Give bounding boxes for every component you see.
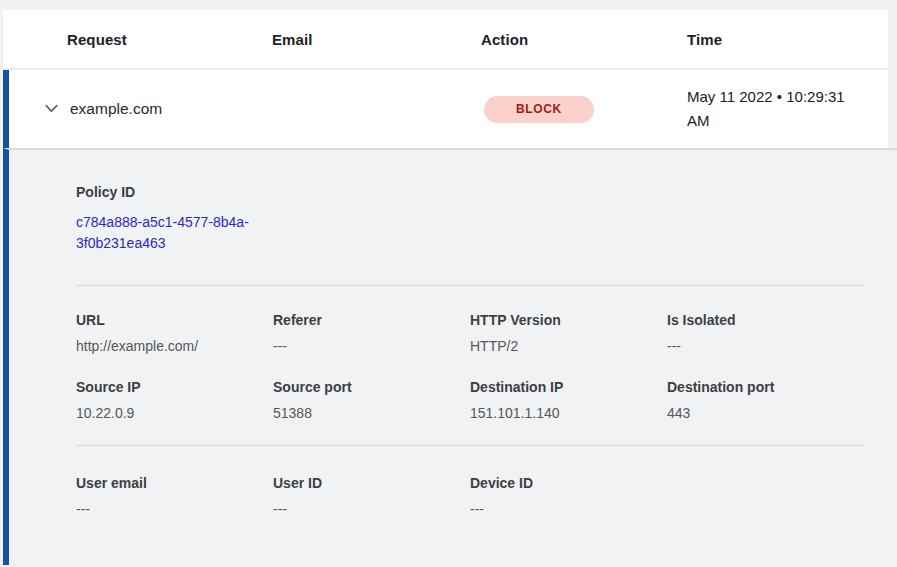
user-info-grid: User email --- User ID --- Device ID ---	[76, 475, 865, 517]
section-divider	[76, 285, 865, 286]
field-label: Referer	[273, 312, 470, 328]
field-value: ---	[470, 501, 667, 517]
field-value: http://example.com/	[76, 338, 273, 354]
row-detail-content: Policy ID c784a888-a5c1-4577-8b4a-3f0b23…	[9, 150, 865, 517]
collapse-row-button[interactable]	[40, 97, 62, 119]
field-value: 51388	[273, 405, 470, 421]
field-device-id: Device ID ---	[470, 475, 667, 517]
row-detail-panel: Policy ID c784a888-a5c1-4577-8b4a-3f0b23…	[3, 148, 897, 565]
field-value: 10.22.0.9	[76, 405, 273, 421]
field-source-port: Source port 51388	[273, 379, 470, 421]
field-label: Is Isolated	[667, 312, 864, 328]
field-referer: Referer ---	[273, 312, 470, 354]
field-http-version: HTTP Version HTTP/2	[470, 312, 667, 354]
field-label: Source port	[273, 379, 470, 395]
field-is-isolated: Is Isolated ---	[667, 312, 864, 354]
row-request-value: example.com	[70, 70, 162, 148]
field-destination-port: Destination port 443	[667, 379, 864, 421]
action-status-badge: BLOCK	[484, 96, 594, 123]
policy-section: Policy ID c784a888-a5c1-4577-8b4a-3f0b23…	[76, 184, 865, 254]
row-time-value: May 11 2022 • 10:29:31 AM	[687, 85, 869, 133]
field-value: ---	[667, 338, 864, 354]
field-value: ---	[273, 338, 470, 354]
field-label: User ID	[273, 475, 470, 491]
section-divider	[76, 445, 865, 446]
policy-id-link[interactable]: c784a888-a5c1-4577-8b4a-3f0b231ea463	[76, 212, 268, 254]
field-label: Destination IP	[470, 379, 667, 395]
field-label: User email	[76, 475, 273, 491]
request-info-grid: URL http://example.com/ Referer --- HTTP…	[76, 312, 865, 421]
column-header-request: Request	[67, 31, 272, 48]
field-destination-ip: Destination IP 151.101.1.140	[470, 379, 667, 421]
field-label: URL	[76, 312, 273, 328]
field-url: URL http://example.com/	[76, 312, 273, 354]
column-header-action: Action	[481, 31, 687, 48]
field-label: Device ID	[470, 475, 667, 491]
field-value: ---	[273, 501, 470, 517]
field-label: Destination port	[667, 379, 864, 395]
field-value: 151.101.1.140	[470, 405, 667, 421]
field-value: ---	[76, 501, 273, 517]
field-value: 443	[667, 405, 864, 421]
column-header-time: Time	[687, 31, 888, 48]
field-user-email: User email ---	[76, 475, 273, 517]
policy-id-label: Policy ID	[76, 184, 865, 200]
field-label: HTTP Version	[470, 312, 667, 328]
column-header-email: Email	[272, 31, 481, 48]
field-source-ip: Source IP 10.22.0.9	[76, 379, 273, 421]
log-table-header: Request Email Action Time	[3, 10, 888, 68]
log-table-row[interactable]: example.com BLOCK May 11 2022 • 10:29:31…	[3, 70, 888, 148]
field-user-id: User ID ---	[273, 475, 470, 517]
chevron-down-icon	[43, 100, 60, 117]
field-value: HTTP/2	[470, 338, 667, 354]
field-label: Source IP	[76, 379, 273, 395]
